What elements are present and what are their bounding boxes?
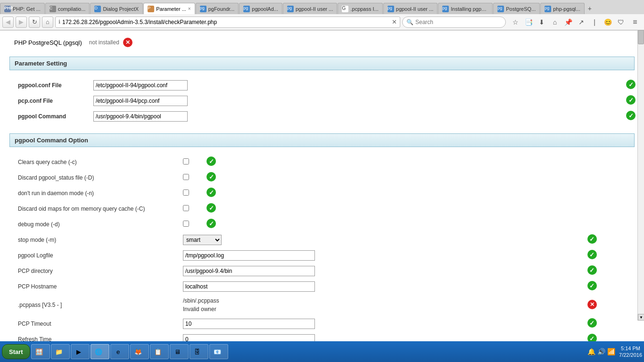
pgpool-command-option-header: pgpool Command Option (9, 133, 635, 147)
browser-tab-pgpool-user[interactable]: pgpgpool-II user ... (283, 3, 338, 14)
param-input[interactable] (93, 111, 188, 122)
cmd-status-icon (206, 188, 216, 197)
param-input-cell (90, 77, 622, 93)
cmd-field-row: PCP directory (14, 263, 639, 279)
cmd-field-input[interactable] (183, 266, 315, 276)
cmd-field-input[interactable] (183, 334, 315, 342)
php-pgsql-label: PHP PostgreSQL (pgsql) (14, 39, 82, 46)
cmd-field-row: PCP Hostname (14, 279, 639, 294)
tab-label-dialog: Dialog ProjectX (103, 6, 139, 12)
home-icon2[interactable]: ⌂ (549, 16, 561, 28)
cmd-field-status-icon (587, 334, 597, 341)
cmd-checkbox-input[interactable] (183, 221, 189, 227)
tab-label-pgpool-user: pgpool-II user ... (296, 6, 333, 12)
tab-label-pgpooladm: pgpoolAd... (252, 6, 278, 12)
cmd-field-input-cell (179, 331, 584, 341)
param-row: pgpool Command (14, 108, 639, 124)
search-bar: 🔍 (402, 16, 506, 28)
cmd-checkbox-input[interactable] (183, 205, 189, 211)
cmd-field-row: Refresh Time (14, 331, 639, 341)
cmd-checkbox-status-cell (203, 185, 639, 201)
cmd-field-status-icon (587, 250, 597, 259)
download-icon[interactable]: ⬇ (536, 16, 547, 28)
cmd-checkbox-label: Discard oid maps for om memory query cac… (14, 201, 179, 216)
cmd-checkbox-status-cell (203, 170, 639, 185)
tab-label-php-get: PHP: Get ... (13, 6, 41, 12)
cmd-stop-mode-select-cell: smartfastimmediate (179, 232, 584, 247)
cmd-field-input[interactable] (183, 250, 315, 261)
bookmark2-icon[interactable]: 📌 (562, 16, 574, 28)
browser-tab-pgpooladm[interactable]: pgpgpoolAd... (239, 3, 282, 14)
tab-icon-pgpool-user: pg (287, 6, 294, 12)
scrollbar-thumb[interactable] (638, 30, 644, 44)
menu-button[interactable]: ≡ (628, 16, 642, 28)
cmd-checkbox-row: debug mode (-d) (14, 216, 639, 232)
cmd-field-input[interactable] (183, 281, 315, 292)
param-input[interactable] (93, 96, 188, 106)
bookmark-star-icon[interactable]: ☆ (510, 16, 521, 28)
cmd-field-row: .pcppass [V3.5 - ] /sbin/.pcppassInvalid… (14, 294, 639, 316)
cmd-field-status-icon (587, 318, 597, 328)
cmd-stop-mode-label: stop mode (-m) (14, 232, 179, 247)
shield-icon[interactable]: 🛡 (615, 16, 627, 28)
cmd-field-status (584, 247, 639, 263)
browser-tab-pgpool-user2[interactable]: pgpgpool-II user ... (383, 3, 438, 14)
home-button[interactable]: ⌂ (42, 16, 53, 28)
lock-icon: ℹ (58, 19, 60, 25)
param-status-icon (626, 80, 636, 89)
browser-tab-dialog[interactable]: DDialog ProjectX (90, 3, 143, 14)
cmd-checkbox-cell (179, 185, 203, 201)
php-pgsql-status-icon (123, 38, 132, 47)
param-row: pcp.conf File (14, 93, 639, 108)
browser-tab-pcppass-g[interactable]: G.pcppass I... (338, 3, 382, 14)
tab-label-pcppass-g: .pcppass I... (350, 6, 378, 12)
cmd-checkbox-cell (179, 170, 203, 185)
emoji-icon[interactable]: 😊 (602, 16, 613, 28)
cmd-status-icon (206, 156, 216, 166)
cmd-field-status (584, 279, 639, 294)
stop-mode-status-icon (587, 234, 597, 244)
cmd-stop-mode-select[interactable]: smartfastimmediate (183, 235, 222, 245)
search-input[interactable] (415, 19, 502, 25)
param-input[interactable] (93, 80, 188, 90)
new-tab-button[interactable]: + (585, 3, 594, 14)
tab-label-pgpool-user2: pgpool-II user ... (396, 6, 434, 12)
cmd-checkbox-label: don't run in daemon mode (-n) (14, 185, 179, 201)
share-icon[interactable]: ↗ (576, 16, 587, 28)
browser-tab-installing[interactable]: pgInstalling pgpo... (438, 3, 493, 14)
cmd-field-input[interactable] (183, 319, 315, 329)
browser-tab-postgresql[interactable]: pgPostgreSQ... (493, 3, 540, 14)
right-scrollbar[interactable]: ▲ ▼ (637, 30, 644, 321)
cmd-field-status (584, 331, 639, 341)
cmd-pcppass-cell: /sbin/.pcppassInvalid owner (179, 294, 584, 316)
bookmark-list-icon[interactable]: 📑 (523, 16, 534, 28)
forward-button[interactable]: ▶ (16, 16, 27, 28)
param-status-cell (622, 108, 639, 124)
cmd-checkbox-row: don't run in daemon mode (-n) (14, 185, 639, 201)
param-status-cell (622, 77, 639, 93)
cmd-field-label: PCP Hostname (14, 279, 179, 294)
cmd-status-icon (206, 219, 216, 228)
scrollbar-down-arrow[interactable]: ▼ (638, 314, 644, 321)
browser-tab-compilation[interactable]: Ccompilatio... (45, 3, 90, 14)
browser-tab-php-pgsql[interactable]: pgphp-pgsql... (540, 3, 584, 14)
cmd-field-status (584, 316, 639, 331)
cmd-field-label: PCP directory (14, 263, 179, 279)
reload-button[interactable]: ↻ (29, 16, 40, 28)
address-input[interactable] (62, 19, 390, 25)
address-refresh-icon[interactable]: ✕ (392, 18, 397, 25)
tab-icon-compilation: C (50, 6, 56, 12)
browser-tab-php-get[interactable]: PHPPHP: Get ... (0, 3, 45, 14)
cmd-checkbox-input[interactable] (183, 189, 189, 196)
tab-close-parameter[interactable]: × (186, 6, 191, 11)
browser-tab-pgfoundr[interactable]: pgpgFoundr... (196, 3, 239, 14)
cmd-field-status-icon (587, 281, 597, 290)
back-button[interactable]: ◀ (2, 16, 14, 28)
cmd-checkbox-label: Discard pgpool_status file (-D) (14, 170, 179, 185)
tab-icon-pgfoundr: pg (200, 6, 206, 12)
cmd-checkbox-input[interactable] (183, 158, 189, 165)
cmd-checkbox-input[interactable] (183, 174, 189, 180)
param-input-cell (90, 93, 622, 108)
cmd-status-icon (206, 203, 216, 213)
browser-tab-parameter[interactable]: PParameter ...× (143, 3, 195, 14)
